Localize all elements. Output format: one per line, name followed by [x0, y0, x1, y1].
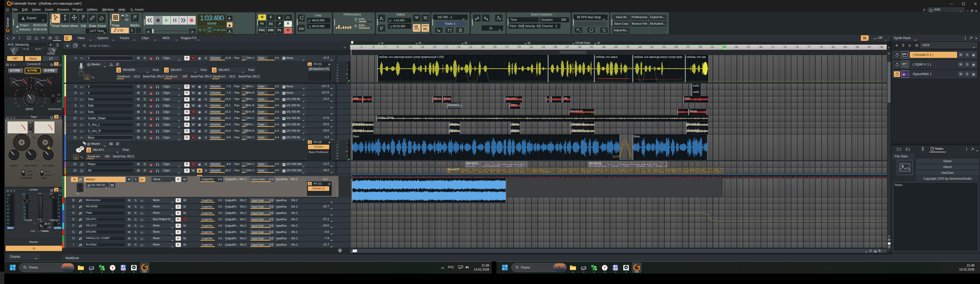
svg-text:2: 2: [24, 124, 24, 125]
svg-text:-3: -3: [43, 80, 44, 81]
svg-text:-6: -6: [15, 126, 16, 127]
svg-text:-18: -18: [37, 78, 38, 80]
svg-text:AB: AB: [414, 25, 418, 28]
svg-text:A: A: [28, 37, 29, 39]
svg-text:-3: -3: [44, 126, 45, 127]
svg-text:-18: -18: [12, 78, 14, 80]
svg-text:-6: -6: [16, 80, 18, 81]
svg-text:-12: -12: [40, 125, 42, 126]
svg-text:-3: -3: [19, 80, 19, 81]
svg-text:30: 30: [9, 124, 10, 125]
svg-text:-18: -18: [38, 124, 40, 125]
svg-text:MTC: MTC: [602, 29, 606, 30]
svg-text:2: 2: [25, 78, 25, 79]
svg-text:-3: -3: [17, 126, 18, 127]
svg-text:AB: AB: [423, 28, 426, 30]
svg-text:30: 30: [35, 78, 36, 79]
svg-text:2: 2: [49, 78, 50, 79]
svg-text:-18: -18: [11, 124, 13, 125]
svg-text:0: 0: [21, 79, 22, 81]
svg-text:30: 30: [36, 124, 37, 125]
svg-text:2: 2: [51, 124, 51, 125]
svg-text:-12: -12: [14, 79, 16, 81]
svg-text:-12: -12: [13, 125, 15, 126]
svg-text:3: 3: [52, 77, 52, 78]
svg-text:0: 0: [19, 125, 20, 126]
svg-text:Y: Y: [111, 266, 114, 270]
svg-text:3: 3: [52, 123, 53, 124]
svg-text:Y: Y: [603, 266, 606, 270]
svg-text:3: 3: [25, 123, 26, 124]
svg-text:30: 30: [10, 78, 12, 79]
svg-text:0: 0: [46, 125, 47, 126]
svg-text:-6: -6: [41, 80, 42, 81]
svg-text:-6: -6: [42, 126, 43, 127]
svg-text:3: 3: [27, 77, 28, 78]
svg-text:-12: -12: [39, 79, 40, 81]
svg-text:0: 0: [45, 79, 46, 81]
